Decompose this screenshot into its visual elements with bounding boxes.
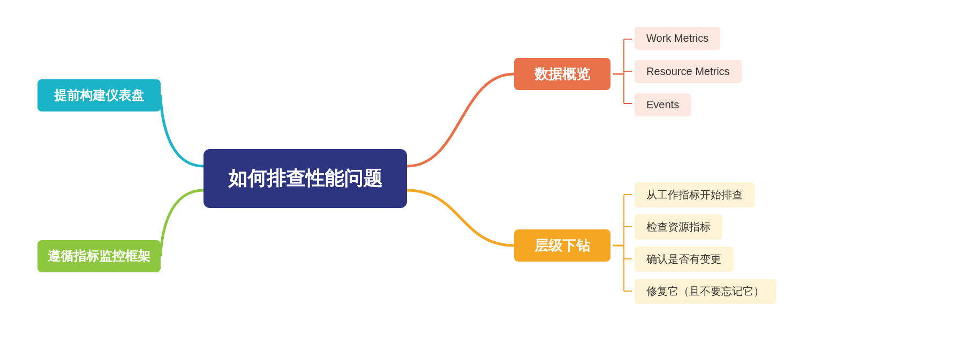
left-top-node: 提前构建仪表盘 — [37, 79, 161, 111]
right-bottom-label: 层级下钻 — [534, 236, 590, 255]
left-bottom-label: 遵循指标监控框架 — [48, 248, 150, 265]
right-top-node: 数据概览 — [514, 58, 610, 90]
leaf-check-resource: 检查资源指标 — [635, 214, 722, 240]
right-top-label: 数据概览 — [534, 65, 590, 84]
leaf-start-work: 从工作指标开始排查 — [635, 182, 755, 207]
left-top-label: 提前构建仪表盘 — [54, 87, 144, 104]
connections-svg — [0, 0, 980, 357]
right-bottom-node: 层级下钻 — [514, 229, 610, 262]
center-label: 如何排查性能问题 — [228, 166, 382, 192]
leaf-fix-it: 修复它（且不要忘记它） — [635, 279, 776, 304]
leaf-check-change: 确认是否有变更 — [635, 247, 733, 272]
leaf-work-metrics: Work Metrics — [635, 27, 720, 50]
leaf-resource-metrics: Resource Metrics — [635, 60, 742, 83]
leaf-events: Events — [635, 93, 691, 116]
left-bottom-node: 遵循指标监控框架 — [37, 240, 161, 272]
center-node: 如何排查性能问题 — [203, 149, 407, 208]
